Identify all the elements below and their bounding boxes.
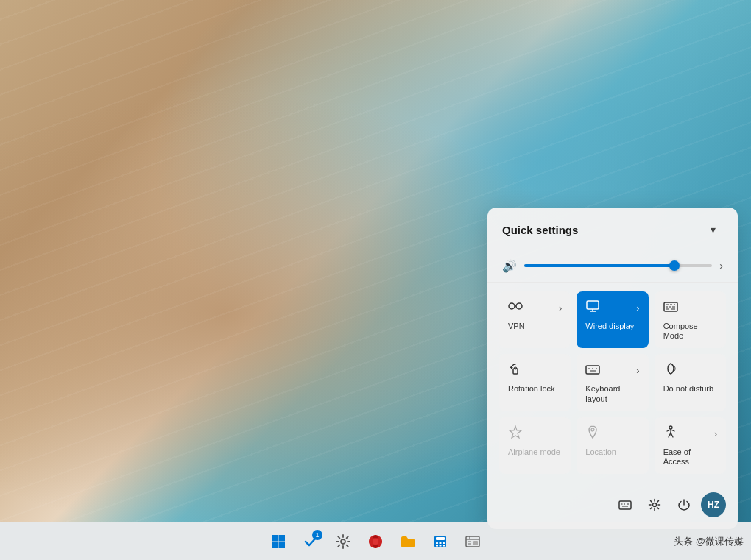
rotation-lock-icon [508,361,523,380]
svg-rect-46 [440,545,442,546]
svg-rect-25 [619,501,631,509]
tile-do-not-disturb[interactable]: Do not disturb [655,354,726,411]
volume-thumb[interactable] [669,260,680,271]
tile-wired-display[interactable]: › Wired display [577,291,648,348]
rotation-lock-label: Rotation lock [508,384,555,394]
tile-compose-mode[interactable]: Compose Mode [655,291,726,348]
keyboard-layout-label: Keyboard layout [585,384,639,403]
tile-keyboard-layout[interactable]: › Keyboard layout [577,354,648,411]
svg-rect-45 [436,545,438,546]
vpn-icon [508,299,523,317]
keyboard-layout-arrow: › [636,365,639,376]
power-bottom-button[interactable] [671,492,697,517]
tile-vpn[interactable]: › VPN [499,291,571,348]
ease-of-access-arrow: › [714,428,717,439]
volume-expand-arrow[interactable]: › [719,260,723,272]
collapse-button[interactable]: ▾ [702,219,723,240]
svg-rect-32 [279,535,286,542]
location-label: Location [585,447,616,457]
tile-ease-of-access[interactable]: › Ease of Access [655,417,726,474]
start-button[interactable] [264,527,293,556]
svg-rect-31 [272,535,278,542]
volume-track [524,264,712,267]
svg-point-0 [509,303,515,309]
svg-rect-42 [436,542,438,544]
svg-rect-3 [587,301,599,309]
quick-settings-bottom-bar: HZ [487,486,738,517]
svg-rect-43 [440,542,442,544]
tile-location[interactable]: Location [577,417,648,474]
task-view-button[interactable]: 1 [296,527,325,556]
watermark-text: 头条 @微课传媒 [674,535,744,548]
location-icon [585,425,600,443]
quick-settings-panel: Quick settings ▾ 🔊 › [487,208,738,529]
explorer-button[interactable] [458,527,487,556]
svg-point-23 [591,428,594,431]
svg-rect-44 [443,542,445,544]
wired-display-icon [585,299,600,317]
wired-display-label: Wired display [585,322,634,331]
taskbar-center-apps: 1 [264,527,487,556]
tile-airplane-mode[interactable]: Airplane mode [499,417,571,474]
svg-rect-41 [436,537,445,540]
volume-icon: 🔊 [502,259,517,273]
keyboard-layout-icon [585,361,600,380]
user-avatar[interactable]: HZ [701,492,726,517]
tasks-badge: 1 [312,530,322,540]
tiles-grid: › VPN › Wired display [487,283,738,483]
svg-point-1 [516,303,522,309]
do-not-disturb-label: Do not disturb [663,384,713,394]
airplane-mode-icon [508,425,523,443]
browser-button[interactable] [361,527,390,556]
taskbar-right: 头条 @微课传媒 [674,535,744,548]
svg-rect-34 [279,542,286,548]
vpn-label: VPN [508,322,525,331]
airplane-mode-label: Airplane mode [508,447,560,457]
settings-app-button[interactable] [328,527,358,556]
svg-rect-47 [443,545,445,546]
svg-point-30 [653,503,657,507]
keyboard-bottom-button[interactable] [613,492,638,517]
quick-settings-title: Quick settings [502,224,578,236]
ease-of-access-icon [663,425,678,443]
do-not-disturb-icon [663,361,678,380]
svg-point-24 [669,426,672,429]
wired-display-arrow: › [636,302,639,313]
svg-point-35 [341,539,345,544]
compose-mode-icon [663,299,678,317]
quick-settings-header: Quick settings ▾ [487,208,738,249]
svg-rect-33 [272,542,278,548]
settings-bottom-button[interactable] [642,492,667,517]
files-button[interactable] [393,527,423,556]
volume-slider[interactable] [524,258,712,273]
ease-of-access-label: Ease of Access [663,447,717,467]
compose-mode-label: Compose Mode [663,322,717,341]
svg-rect-53 [473,541,478,545]
vpn-arrow: › [559,302,562,313]
volume-fill [524,264,674,267]
taskbar: 1 [0,522,751,560]
volume-row: 🔊 › [487,249,738,283]
svg-marker-15 [510,366,513,369]
calculator-button[interactable] [426,527,455,556]
tile-rotation-lock[interactable]: Rotation lock [499,354,571,411]
svg-rect-18 [586,366,599,374]
svg-point-39 [373,539,378,545]
